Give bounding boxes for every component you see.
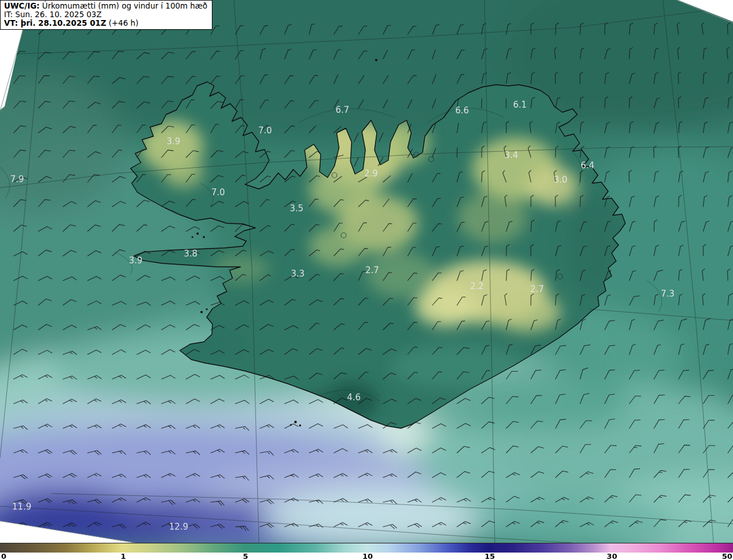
colorbar-tick: 50 [722, 552, 732, 560]
contour-label: 11.9 [12, 502, 31, 512]
wind-barb [457, 148, 458, 157]
contour-label: 6.6 [455, 105, 469, 116]
colorbar: 01510153050 [0, 543, 733, 560]
contour-label: 7.0 [211, 187, 225, 198]
contour-label: 2.2 [470, 281, 484, 291]
colorbar-tick: 1 [121, 552, 126, 560]
contour-label: 4.6 [347, 392, 361, 403]
contour-label: 2.9 [364, 168, 378, 179]
contour-label: 7.9 [10, 174, 24, 184]
weather-map-page: 6.76.66.17.03.93.42.96.43.07.97.03.53.83… [0, 0, 733, 560]
contour-label: 7.3 [661, 289, 675, 299]
contour-label: 12.9 [169, 522, 188, 532]
contour-label: 3.5 [290, 203, 304, 214]
contour-label: 2.7 [365, 265, 379, 275]
colorbar-tick: 15 [484, 552, 495, 560]
colorbar-tick: 5 [243, 552, 248, 560]
contour-label: 3.8 [184, 249, 198, 259]
title-line-model: UWC/IG: Úrkomumætti (mm) og vindur í 100… [4, 2, 207, 10]
colorbar-tick: 10 [362, 552, 373, 560]
colorbar-tick: 30 [607, 552, 617, 560]
init-time: IT: Sun. 26. 10. 2025 03Z [4, 10, 207, 19]
contour-label: 7.0 [258, 125, 272, 136]
valid-time-main: VT: þri. 28.10.2025 01Z [4, 18, 106, 27]
colorbar-tick: 0 [1, 552, 6, 560]
product-title: Úrkomumætti (mm) og vindur í 100m hæð [42, 1, 208, 10]
contour-label: 3.4 [505, 150, 518, 160]
model-name: UWC/IG: [4, 1, 40, 10]
title-box: UWC/IG: Úrkomumætti (mm) og vindur í 100… [0, 0, 212, 30]
contour-label: 6.7 [336, 105, 349, 115]
map-canvas: 6.76.66.17.03.93.42.96.43.07.97.03.53.83… [0, 0, 733, 543]
contour-label: 2.7 [530, 284, 544, 294]
contour-label: 3.9 [167, 136, 180, 147]
contour-label: 6.4 [581, 160, 594, 171]
contour-label: 6.1 [513, 100, 527, 110]
contour-label: 3.3 [291, 269, 305, 279]
valid-time-offset: (+46 h) [109, 18, 139, 27]
weather-map: 6.76.66.17.03.93.42.96.43.07.97.03.53.83… [0, 0, 733, 543]
contour-label: 3.0 [554, 175, 568, 185]
colorbar-tick-labels: 01510153050 [0, 553, 733, 560]
contour-label: 3.9 [129, 255, 143, 266]
valid-time: VT: þri. 28.10.2025 01Z (+46 h) [4, 19, 207, 27]
